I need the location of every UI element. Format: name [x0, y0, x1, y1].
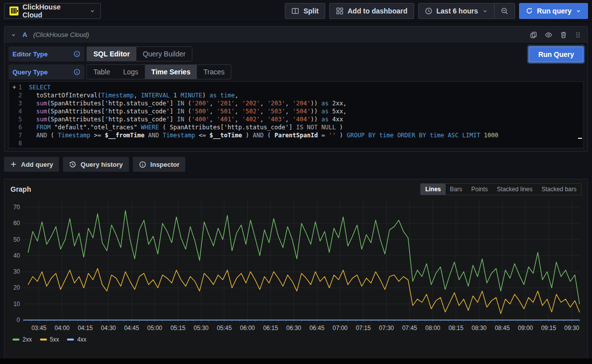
run-query-label: Run query: [537, 7, 572, 15]
svg-text:20: 20: [13, 284, 20, 291]
datasource-label: ClickHouse Cloud: [22, 3, 81, 19]
svg-text:04:00: 04:00: [54, 325, 69, 332]
svg-text:04:30: 04:30: [101, 325, 116, 332]
zoom-out-icon: [501, 7, 509, 15]
run-query-button[interactable]: Run query: [519, 3, 588, 19]
query-history-label: Query history: [80, 161, 123, 168]
svg-text:03:45: 03:45: [31, 325, 46, 332]
add-query-button[interactable]: Add query: [4, 157, 59, 172]
svg-text:07:15: 07:15: [356, 325, 371, 332]
option-table[interactable]: Table: [87, 65, 116, 79]
legend-item-4xx[interactable]: 4xx: [67, 336, 86, 343]
legend-item-5xx[interactable]: 5xx: [40, 336, 59, 343]
option-traces[interactable]: Traces: [197, 65, 231, 79]
clickhouse-logo-icon: [9, 6, 18, 15]
zoom-out-button[interactable]: [495, 3, 515, 18]
legend-item-2xx[interactable]: 2xx: [12, 336, 32, 343]
svg-text:0: 0: [16, 317, 20, 324]
query-type-toggle: TableLogsTime SeriesTraces: [86, 64, 231, 79]
add-to-dashboard-label: Add to dashboard: [348, 7, 408, 15]
graph-canvas[interactable]: 01020304050607003:4504:0004:1504:3004:45…: [10, 197, 582, 335]
explore-actions: Add query Query history Inspector: [4, 157, 588, 172]
option-time-series[interactable]: Time Series: [145, 65, 197, 79]
graph-legend: 2xx5xx4xx: [10, 336, 582, 343]
code-line: 2 toStartOfInterval(Timestamp, INTERVAL …: [9, 91, 583, 99]
option-stacked-bars[interactable]: Stacked bars: [537, 184, 581, 195]
code-line: 4 sum(SpanAttributes['http.status_code']…: [9, 107, 583, 115]
delete-query-trash-icon[interactable]: [560, 31, 568, 39]
query-ref-id: A: [22, 31, 27, 38]
graph-panel: Graph LinesBarsPointsStacked linesStacke…: [4, 179, 588, 361]
svg-text:70: 70: [13, 204, 20, 211]
split-icon: [291, 7, 299, 15]
dashboard-grid-icon: [336, 7, 344, 15]
code-line: +1SELECT: [9, 83, 583, 91]
sync-icon: [526, 7, 533, 14]
svg-text:06:00: 06:00: [240, 325, 255, 332]
inspector-button[interactable]: Inspector: [133, 157, 186, 172]
drag-handle-icon[interactable]: [575, 31, 582, 38]
svg-text:06:30: 06:30: [286, 325, 301, 332]
svg-text:06:45: 06:45: [309, 325, 324, 332]
svg-text:05:30: 05:30: [194, 325, 209, 332]
sql-code-editor[interactable]: +1SELECT2 toStartOfInterval(Timestamp, I…: [8, 81, 584, 148]
run-query-editor-button[interactable]: Run Query: [529, 46, 584, 62]
graph-title: Graph: [10, 185, 31, 193]
time-range-label: Last 6 hours: [437, 7, 478, 15]
info-circle-icon: [139, 161, 146, 168]
option-lines[interactable]: Lines: [421, 184, 445, 195]
legend-swatch: [40, 339, 47, 341]
collapse-chevron-icon[interactable]: [10, 32, 16, 38]
code-line: 7 AND ( Timestamp >= $__fromTime AND Tim…: [9, 131, 583, 139]
svg-text:08:00: 08:00: [425, 325, 440, 332]
option-logs[interactable]: Logs: [116, 65, 144, 79]
time-controls: Last 6 hours: [418, 3, 515, 19]
option-bars[interactable]: Bars: [446, 184, 467, 195]
cursor: [578, 138, 582, 139]
query-type-label: Query Type: [8, 64, 84, 79]
legend-label: 4xx: [77, 336, 86, 343]
duplicate-query-icon[interactable]: [530, 31, 538, 39]
code-line: 6 FROM "default"."otel_traces" WHERE ( S…: [9, 123, 583, 131]
option-query-builder[interactable]: Query Builder: [136, 47, 192, 61]
option-sql-editor[interactable]: SQL Editor: [87, 47, 136, 61]
svg-text:04:15: 04:15: [78, 325, 93, 332]
chevron-down-icon: [482, 8, 488, 14]
svg-text:05:00: 05:00: [147, 325, 162, 332]
svg-text:06:15: 06:15: [263, 325, 278, 332]
query-history-button[interactable]: Query history: [63, 157, 129, 172]
info-icon[interactable]: [73, 68, 80, 75]
info-icon[interactable]: [73, 50, 80, 57]
svg-text:07:30: 07:30: [379, 325, 394, 332]
legend-swatch: [67, 339, 74, 341]
legend-label: 2xx: [22, 336, 32, 343]
svg-text:07:45: 07:45: [402, 325, 417, 332]
option-points[interactable]: Points: [467, 184, 492, 195]
time-range-picker[interactable]: Last 6 hours: [419, 3, 494, 18]
svg-text:09:15: 09:15: [541, 325, 556, 332]
svg-text:08:45: 08:45: [495, 325, 510, 332]
add-to-dashboard-button[interactable]: Add to dashboard: [329, 3, 414, 19]
svg-text:08:15: 08:15: [449, 325, 464, 332]
svg-text:04:45: 04:45: [124, 325, 139, 332]
svg-text:09:30: 09:30: [565, 325, 580, 332]
graph-style-toggle: LinesBarsPointsStacked linesStacked bars: [420, 183, 582, 195]
editor-type-toggle: SQL EditorQuery Builder: [86, 46, 192, 61]
svg-text:05:15: 05:15: [170, 325, 185, 332]
split-button[interactable]: Split: [285, 3, 325, 19]
legend-label: 5xx: [50, 336, 59, 343]
svg-text:05:45: 05:45: [217, 325, 232, 332]
svg-text:10: 10: [13, 301, 20, 308]
query-editor-panel: A (ClickHouse Cloud) Editor Type: [4, 26, 588, 152]
query-row-header[interactable]: A (ClickHouse Cloud): [4, 26, 588, 43]
code-line: 8: [9, 139, 583, 147]
add-query-label: Add query: [21, 161, 53, 168]
svg-text:60: 60: [13, 220, 20, 227]
datasource-picker[interactable]: ClickHouse Cloud: [4, 3, 101, 19]
add-glyph-icon[interactable]: +: [12, 83, 16, 91]
code-line: 3 sum(SpanAttributes['http.status_code']…: [9, 99, 583, 107]
bottom-strip: [0, 359, 592, 364]
option-stacked-lines[interactable]: Stacked lines: [493, 184, 537, 195]
hide-query-eye-icon[interactable]: [545, 31, 553, 39]
svg-text:07:00: 07:00: [333, 325, 348, 332]
